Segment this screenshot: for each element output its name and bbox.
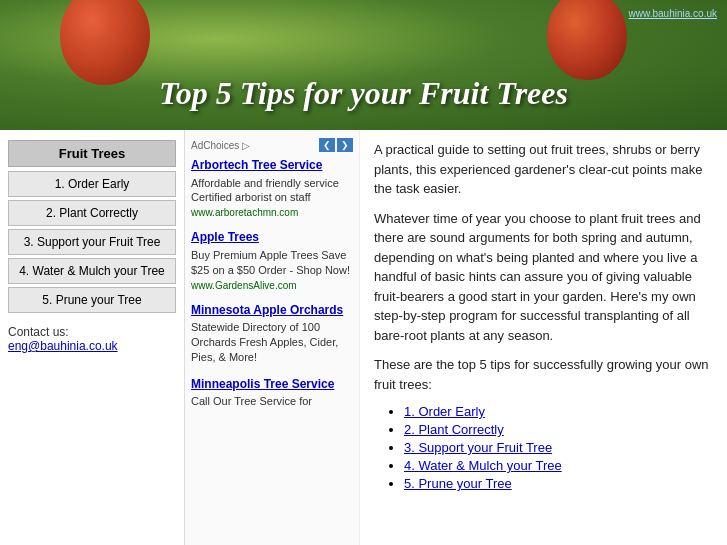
ad-item-2: Minnesota Apple Orchards Statewide Direc… xyxy=(191,303,353,365)
ad-item-1-url: www.GardensAlive.com xyxy=(191,280,353,291)
content-para3: These are the top 5 tips for successfull… xyxy=(374,355,713,394)
ad-item-1-desc: Buy Premium Apple Trees Save $25 on a $5… xyxy=(191,248,353,278)
list-item-4: 5. Prune your Tree xyxy=(404,476,713,491)
page-title: Top 5 Tips for your Fruit Trees xyxy=(0,75,727,112)
ad-item-3-desc: Call Our Tree Service for xyxy=(191,394,353,409)
sidebar: Fruit Trees 1. Order Early 2. Plant Corr… xyxy=(0,130,185,545)
ad-item-0-url: www.arboretachmn.com xyxy=(191,207,353,218)
list-link-4[interactable]: 5. Prune your Tree xyxy=(404,476,512,491)
header-banner: Top 5 Tips for your Fruit Trees www.bauh… xyxy=(0,0,727,130)
contact-label: Contact us: xyxy=(8,325,69,339)
ad-column: AdChoices ▷ ❮ ❯ Arbortech Tree Service A… xyxy=(185,130,360,545)
list-item-1: 2. Plant Correctly xyxy=(404,422,713,437)
main-layout: Fruit Trees 1. Order Early 2. Plant Corr… xyxy=(0,130,727,545)
list-item-3: 4. Water & Mulch your Tree xyxy=(404,458,713,473)
ad-item-3: Minneapolis Tree Service Call Our Tree S… xyxy=(191,377,353,409)
content-area: A practical guide to setting out fruit t… xyxy=(360,130,727,545)
list-item-2: 3. Support your Fruit Tree xyxy=(404,440,713,455)
header-link[interactable]: www.bauhinia.co.uk xyxy=(629,8,717,19)
list-item-0: 1. Order Early xyxy=(404,404,713,419)
list-link-0[interactable]: 1. Order Early xyxy=(404,404,485,419)
ad-choices-label: AdChoices ▷ xyxy=(191,140,250,151)
sidebar-item-support-tree[interactable]: 3. Support your Fruit Tree xyxy=(8,229,176,255)
ad-prev-button[interactable]: ❮ xyxy=(319,138,335,152)
sidebar-item-order-early[interactable]: 1. Order Early xyxy=(8,171,176,197)
list-link-1[interactable]: 2. Plant Correctly xyxy=(404,422,504,437)
ad-item-0-title[interactable]: Arbortech Tree Service xyxy=(191,158,353,174)
ad-item-0-desc: Affordable and friendly service Certifie… xyxy=(191,176,353,206)
content-para1: A practical guide to setting out fruit t… xyxy=(374,140,713,199)
ad-item-0: Arbortech Tree Service Affordable and fr… xyxy=(191,158,353,218)
ad-item-1-title[interactable]: Apple Trees xyxy=(191,230,353,246)
ad-item-2-desc: Statewide Directory of 100 Orchards Fres… xyxy=(191,320,353,365)
sidebar-item-plant-correctly[interactable]: 2. Plant Correctly xyxy=(8,200,176,226)
fruit-right xyxy=(547,0,627,80)
list-link-3[interactable]: 4. Water & Mulch your Tree xyxy=(404,458,562,473)
sidebar-item-water-mulch[interactable]: 4. Water & Mulch your Tree xyxy=(8,258,176,284)
ad-item-1: Apple Trees Buy Premium Apple Trees Save… xyxy=(191,230,353,290)
tips-list: 1. Order Early 2. Plant Correctly 3. Sup… xyxy=(404,404,713,491)
sidebar-item-prune[interactable]: 5. Prune your Tree xyxy=(8,287,176,313)
content-para2: Whatever time of year you choose to plan… xyxy=(374,209,713,346)
contact-email[interactable]: eng@bauhinia.co.uk xyxy=(8,339,118,353)
ad-item-3-title[interactable]: Minneapolis Tree Service xyxy=(191,377,353,393)
ad-next-button[interactable]: ❯ xyxy=(337,138,353,152)
ad-nav-buttons: ❮ ❯ xyxy=(319,138,353,152)
sidebar-contact: Contact us: eng@bauhinia.co.uk xyxy=(8,325,176,353)
list-link-2[interactable]: 3. Support your Fruit Tree xyxy=(404,440,552,455)
ad-header: AdChoices ▷ ❮ ❯ xyxy=(191,138,353,152)
ad-item-2-title[interactable]: Minnesota Apple Orchards xyxy=(191,303,353,319)
sidebar-title: Fruit Trees xyxy=(8,140,176,167)
